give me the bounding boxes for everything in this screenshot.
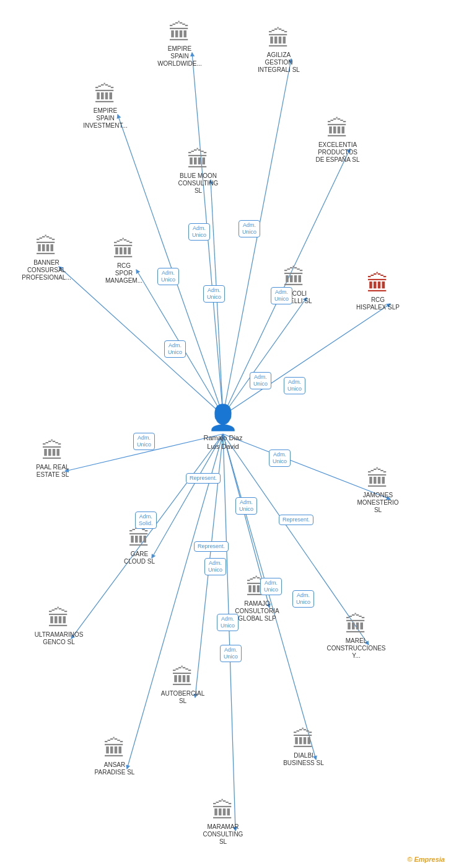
company-node-autobercial: 🏛AUTOBERCIAL SL: [159, 666, 206, 705]
badge-13: Adm. Unico: [204, 558, 226, 575]
building-icon-gray: 🏛: [367, 468, 389, 490]
badge-1: Adm. Unico: [239, 220, 260, 237]
badge-15: Represent.: [279, 515, 313, 525]
company-node-ansar_paradise: 🏛ANSAR PARADISE SL: [91, 738, 138, 776]
svg-line-5: [59, 267, 223, 415]
badge-10: Represent.: [186, 473, 221, 484]
building-icon-gray: 🏛: [35, 236, 58, 258]
badge-17: Adm. Unico: [292, 590, 314, 608]
badge-5: Adm. Unico: [164, 340, 186, 358]
building-icon-gray: 🏛: [268, 28, 290, 50]
badge-7: Adm. Unico: [269, 450, 291, 467]
company-node-banner_concursal: 🏛BANNER CONSURSAL PROFESIONAL...: [23, 236, 70, 281]
badge-9: Adm. Unico: [284, 377, 305, 394]
company-node-paal_real_estate: 🏛PAAL REAL ESTATE SL: [29, 440, 76, 479]
building-icon-gray: 🏛: [42, 440, 64, 463]
company-node-blue_moon: 🏛BLUE MOON CONSULTING SL: [175, 149, 222, 195]
badge-19: Adm. Unico: [220, 645, 242, 662]
node-label-maramar_consulting: MARAMAR CONSULTING SL: [199, 823, 247, 846]
company-node-empire_spain_worldwide: 🏛EMPIRE SPAIN WORLDWIDE...: [156, 22, 203, 68]
person-icon: 👤: [208, 403, 239, 432]
node-label-gare_cloud: GARE CLOUD SL: [124, 551, 155, 565]
building-icon-gray: 🏛: [128, 527, 151, 549]
building-icon-gray: 🏛: [326, 118, 349, 140]
badge-18: Adm. Unico: [217, 614, 239, 631]
building-icon-gray: 🏛: [283, 267, 305, 289]
building-icon-gray: 🏛: [172, 666, 194, 689]
node-label-ramajo_consultoria: RAMAJO CONSULTORIA GLOBAL SLP: [235, 600, 279, 622]
building-icon-gray: 🏛: [187, 149, 209, 171]
building-icon-gray: 🏛: [103, 738, 126, 760]
badge-8: Adm. Unico: [250, 372, 271, 389]
node-label-jamones_monesterio: JAMONES MONESTERIO SL: [357, 492, 398, 514]
company-node-agiliza_gestion: 🏛AGILIZA GESTION INTEGRALI SL: [255, 28, 302, 74]
node-label-agiliza_gestion: AGILIZA GESTION INTEGRALI SL: [258, 51, 300, 74]
badge-2: Adm. Unico: [157, 268, 179, 285]
building-icon-gray: 🏛: [345, 614, 367, 636]
building-icon-gray: 🏛: [94, 84, 116, 106]
badge-4: Adm. Unico: [271, 287, 292, 304]
badge-11: Adm. Solid.: [135, 512, 157, 529]
node-label-marel_construcciones: MAREL CONSTRUCCIONES Y...: [327, 637, 386, 660]
node-label-empire_spain_investment: EMPIRE SPAIN INVESTMENT...: [83, 107, 128, 130]
building-icon-gray: 🏛: [292, 728, 315, 751]
node-label-paal_real_estate: PAAL REAL ESTATE SL: [36, 464, 69, 479]
company-node-excelentia: 🏛EXCELENTIA PRODUCTOS DE ESPAÑA SL: [314, 118, 361, 164]
building-icon-red: 🏛: [367, 273, 389, 295]
svg-line-18: [223, 434, 235, 831]
node-label-blue_moon: BLUE MOON CONSULTING SL: [178, 172, 219, 195]
person-node: 👤Ramajo Diaz Luis David: [198, 403, 248, 451]
svg-line-7: [223, 298, 307, 415]
badge-12: Represent.: [194, 541, 229, 552]
node-label-excelentia: EXCELENTIA PRODUCTOS DE ESPAÑA SL: [316, 141, 360, 164]
svg-line-8: [223, 304, 390, 415]
svg-line-17: [127, 434, 223, 769]
company-node-maramar_consulting: 🏛MARAMAR CONSULTING SL: [199, 800, 247, 846]
company-node-marel_construcciones: 🏛MAREL CONSTRUCCIONES Y...: [333, 614, 380, 660]
watermark: © Empresia: [407, 856, 445, 863]
building-icon-gray: 🏛: [212, 800, 234, 822]
building-icon-gray: 🏛: [169, 22, 191, 44]
company-node-rcg_spor: 🏛RCG SPOR MANAGEM...: [100, 239, 147, 285]
company-node-gare_cloud: 🏛GARE CLOUD SL: [116, 527, 163, 565]
node-label-rcg_hispalex: RCG HISPALEX SLP: [356, 296, 400, 311]
badge-14: Adm. Unico: [235, 497, 257, 515]
building-icon-gray: 🏛: [48, 608, 70, 630]
company-node-empire_spain_investment: 🏛EMPIRE SPAIN INVESTMENT...: [82, 84, 129, 130]
graph-container: 🏛EMPIRE SPAIN WORLDWIDE...🏛AGILIZA GESTI…: [0, 0, 451, 868]
badge-6: Adm. Unico: [133, 433, 155, 450]
badge-0: Adm. Unico: [188, 223, 210, 241]
node-label-dialbi_business: DIALBI BUSINESS SL: [283, 752, 324, 767]
node-label-banner_concursal: BANNER CONSURSAL PROFESIONAL...: [22, 259, 71, 281]
badge-16: Adm. Unico: [260, 578, 282, 595]
node-label-rcg_spor: RCG SPOR MANAGEM...: [105, 262, 142, 285]
node-label-ansar_paradise: ANSAR PARADISE SL: [95, 761, 135, 776]
person-label: Ramajo Diaz Luis David: [198, 433, 248, 451]
company-node-rcg_hispalex: 🏛RCG HISPALEX SLP: [354, 273, 401, 311]
node-label-autobercial: AUTOBERCIAL SL: [161, 690, 204, 705]
node-label-empire_spain_worldwide: EMPIRE SPAIN WORLDWIDE...: [157, 45, 202, 68]
building-icon-gray: 🏛: [113, 239, 135, 261]
company-node-dialbi_business: 🏛DIALBI BUSINESS SL: [280, 728, 327, 767]
node-label-ultramarinos_genco: ULTRAMARINOS GENCO SL: [35, 631, 84, 646]
badge-3: Adm. Unico: [203, 285, 225, 303]
company-node-ultramarinos_genco: 🏛ULTRAMARINOS GENCO SL: [35, 608, 82, 646]
company-node-jamones_monesterio: 🏛JAMONES MONESTERIO SL: [354, 468, 401, 514]
